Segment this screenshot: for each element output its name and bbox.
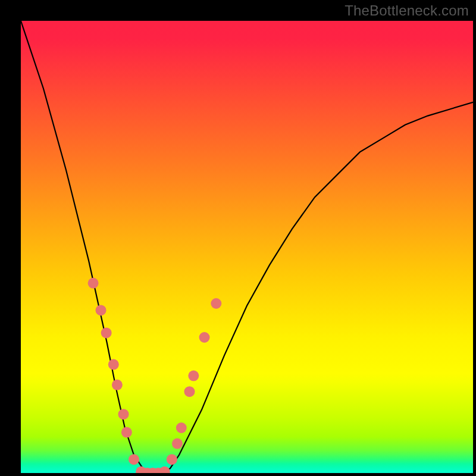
marker-dot xyxy=(88,278,99,289)
plot-area xyxy=(21,21,473,473)
bottleneck-curve xyxy=(21,21,473,473)
marker-dot xyxy=(172,439,183,449)
marker-dot xyxy=(188,371,199,381)
marker-dot xyxy=(129,454,139,465)
marker-dot xyxy=(118,409,129,419)
curve-svg xyxy=(21,21,473,473)
marker-group xyxy=(88,278,222,473)
marker-dot xyxy=(101,327,112,338)
watermark-text: TheBottleneck.com xyxy=(345,2,469,19)
marker-dot xyxy=(121,427,132,438)
marker-dot xyxy=(176,422,187,433)
chart-frame: TheBottleneck.com xyxy=(0,0,476,476)
marker-dot xyxy=(167,454,177,465)
marker-dot xyxy=(112,380,123,390)
marker-dot xyxy=(211,298,221,309)
marker-dot xyxy=(184,386,195,397)
marker-dot xyxy=(159,466,170,473)
marker-dot xyxy=(96,305,107,315)
marker-dot xyxy=(199,332,210,343)
marker-dot xyxy=(108,359,119,370)
